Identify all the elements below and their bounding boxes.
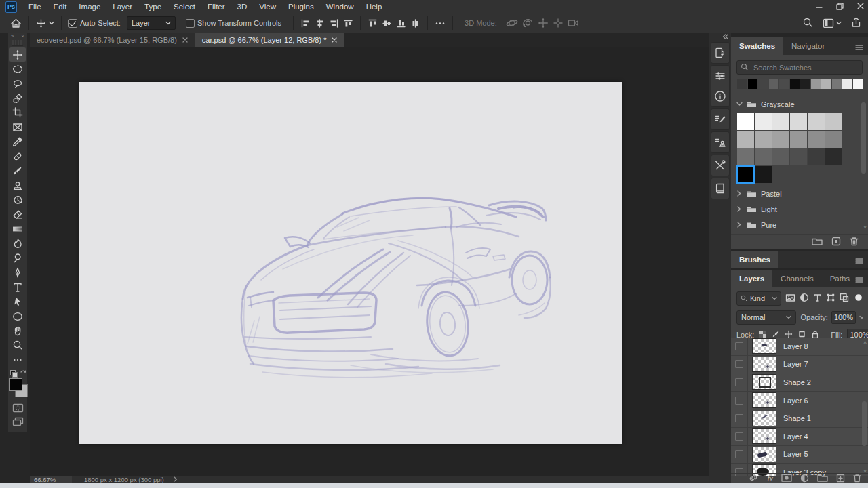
layer-thumbnail[interactable] (752, 447, 776, 462)
swatch[interactable] (808, 113, 825, 130)
layers-scrollbar[interactable] (862, 401, 867, 446)
swatch[interactable] (821, 79, 831, 89)
swatch-group-grayscale[interactable]: Grayscale (731, 96, 868, 112)
opacity-value[interactable]: 100% (831, 311, 856, 324)
layer-name[interactable]: Layer 5 (783, 450, 808, 458)
tool-path-selection[interactable] (9, 294, 26, 308)
align-center-horizontal-button[interactable] (313, 18, 327, 28)
swatch[interactable] (853, 79, 863, 89)
new-swatch-group-button[interactable] (812, 237, 823, 247)
default-colors-icon[interactable] (10, 370, 17, 376)
menu-edit[interactable]: Edit (47, 0, 73, 14)
distribute-bottom-button[interactable] (394, 18, 408, 28)
layer-name[interactable]: Layer 4 (783, 432, 808, 441)
layer-thumbnail[interactable] (752, 411, 776, 426)
delete-swatch-button[interactable] (850, 237, 859, 247)
swatch[interactable] (755, 131, 772, 148)
swatch[interactable] (772, 148, 789, 165)
tool-hand[interactable] (9, 323, 26, 338)
swatch[interactable] (790, 131, 807, 148)
tab-brushes[interactable]: Brushes (731, 251, 778, 268)
swatch[interactable] (800, 79, 810, 89)
menu-3d[interactable]: 3D (231, 0, 254, 14)
swatch[interactable] (790, 148, 807, 165)
swatch-selected[interactable] (737, 166, 754, 183)
filtering-toggle[interactable] (854, 293, 863, 303)
panel-menu-icon[interactable] (855, 276, 863, 284)
tool-crop[interactable] (9, 106, 26, 120)
layer-thumbnail[interactable] (752, 428, 776, 444)
auto-select-checkbox[interactable]: Auto-Select: (66, 19, 123, 28)
tool-healing-brush[interactable] (9, 149, 26, 163)
tab-layers[interactable]: Layers (731, 270, 772, 287)
tool-quick-selection[interactable] (9, 91, 26, 105)
tool-frame[interactable] (9, 120, 26, 134)
menu-view[interactable]: View (253, 0, 282, 14)
layer-thumbnail[interactable] (752, 392, 776, 408)
tool-zoom[interactable] (9, 338, 26, 352)
swatch[interactable] (825, 113, 842, 130)
3d-slide-button[interactable] (551, 18, 566, 28)
swatch[interactable] (772, 131, 789, 148)
info-panel-icon[interactable] (711, 86, 729, 106)
tool-presets-panel-icon[interactable] (711, 155, 729, 176)
layer-row[interactable]: Layer 6 (731, 392, 868, 410)
tool-pen[interactable] (9, 266, 26, 280)
minimize-button[interactable] (816, 3, 823, 11)
visibility-toggle[interactable] (731, 428, 748, 445)
properties-panel-icon[interactable] (711, 66, 729, 86)
new-layer-button[interactable] (836, 474, 845, 484)
screen-mode-button[interactable] (8, 415, 27, 428)
toolbar-grip[interactable] (12, 40, 23, 46)
layer-row[interactable]: Layer 7 (731, 356, 868, 374)
restore-button[interactable] (836, 3, 844, 12)
tool-smudge[interactable] (9, 237, 26, 251)
tool-dodge[interactable] (9, 251, 26, 265)
3d-orbit-button[interactable] (504, 18, 520, 28)
show-transform-checkmark[interactable] (186, 19, 195, 28)
tool-lasso[interactable] (9, 77, 26, 91)
delete-layer-button[interactable] (853, 474, 861, 484)
layer-thumbnail[interactable] (752, 338, 776, 354)
visibility-toggle[interactable] (731, 373, 748, 391)
menu-layer[interactable]: Layer (106, 0, 138, 14)
swatch[interactable] (748, 79, 758, 89)
libraries-panel-icon[interactable] (711, 178, 729, 199)
visibility-toggle[interactable] (731, 356, 748, 373)
tab-navigator[interactable]: Navigator (783, 37, 833, 55)
swatch[interactable] (825, 148, 842, 165)
status-options-chevron[interactable] (174, 476, 178, 483)
tool-elliptical-marquee[interactable] (9, 62, 26, 76)
canvas-document[interactable] (79, 82, 622, 444)
swatch[interactable] (755, 166, 772, 183)
align-left-button[interactable] (298, 18, 313, 28)
layer-name[interactable]: Layer 8 (783, 342, 808, 350)
panel-menu-icon[interactable] (855, 257, 863, 265)
layer-thumbnail[interactable] (752, 374, 776, 390)
swatches-search[interactable] (736, 60, 863, 75)
add-layer-mask-button[interactable] (781, 474, 792, 483)
swatch[interactable] (790, 113, 807, 130)
search-icon[interactable] (802, 17, 813, 29)
filter-shape-layers-icon[interactable] (826, 293, 835, 304)
collapse-toolbar-icon[interactable]: » (11, 33, 14, 39)
swatch[interactable] (737, 131, 754, 148)
menu-plugins[interactable]: Plugins (282, 0, 320, 14)
workspace-switcher[interactable] (823, 18, 842, 28)
swatches-search-input[interactable] (752, 63, 856, 73)
swatch[interactable] (790, 79, 800, 89)
swatch[interactable] (769, 79, 779, 89)
new-adjustment-layer-button[interactable] (800, 474, 809, 484)
layer-row[interactable]: Layer 4 (731, 428, 868, 446)
filter-smart-objects-icon[interactable] (840, 293, 849, 304)
layer-style-button[interactable]: fx (767, 474, 773, 483)
tab-channels[interactable]: Channels (772, 270, 822, 287)
swatch[interactable] (832, 79, 842, 89)
tool-type[interactable] (9, 280, 26, 294)
close-tab-icon[interactable] (182, 36, 188, 44)
3d-pan-button[interactable] (536, 18, 551, 28)
expand-panels-icon[interactable] (709, 33, 731, 41)
layer-row[interactable]: Layer 8 (731, 338, 868, 356)
tool-brush[interactable] (9, 164, 26, 178)
auto-select-mode-dropdown[interactable]: Layer (127, 16, 176, 30)
